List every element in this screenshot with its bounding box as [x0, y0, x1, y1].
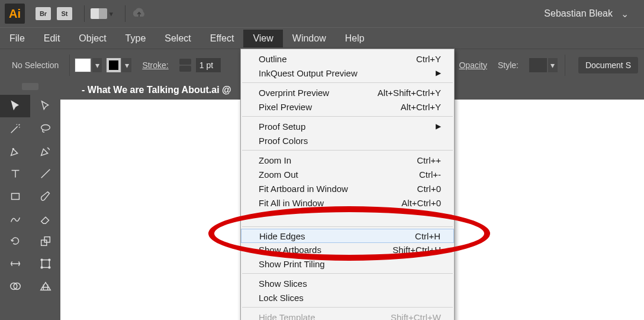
menu-type[interactable]: Type	[116, 30, 156, 47]
menu-item-label: Show Artboards	[259, 245, 321, 255]
svg-point-0	[41, 125, 50, 130]
menu-separator	[242, 273, 453, 274]
menu-shortcut: Alt+Ctrl+0	[401, 198, 441, 208]
eraser-tool[interactable]	[30, 207, 60, 230]
menu-shortcut: Alt+Shift+Ctrl+Y	[378, 88, 441, 98]
menu-shortcut: Ctrl+0	[417, 184, 441, 194]
sync-icon[interactable]	[131, 7, 147, 20]
svg-rect-3	[41, 240, 46, 245]
shape-builder-tool[interactable]	[0, 275, 30, 297]
menu-item-zoom-in[interactable]: Zoom InCtrl++	[241, 153, 454, 167]
menu-item-label: Zoom In	[259, 155, 291, 165]
menu-select[interactable]: Select	[155, 30, 200, 47]
menu-separator	[242, 226, 453, 227]
menu-item-show-print-tiling[interactable]: Show Print Tiling	[241, 257, 454, 271]
menu-item-label: Proof Colors	[259, 136, 308, 146]
menu-item-lock-slices[interactable]: Lock Slices	[241, 290, 454, 305]
menu-item-show-slices[interactable]: Show Slices	[241, 276, 454, 290]
lasso-tool[interactable]	[30, 117, 60, 140]
chevron-down-icon: ⌄	[621, 8, 629, 20]
menu-item-outline[interactable]: OutlineCtrl+Y	[241, 52, 454, 66]
opacity-label[interactable]: Opacity	[459, 60, 487, 70]
menu-item-fit-all-in-window[interactable]: Fit All in WindowAlt+Ctrl+0	[241, 196, 454, 210]
menu-item-label: Hide Edges	[259, 231, 305, 241]
menu-item-inkquest-output-preview[interactable]: InkQuest Output Preview▶	[241, 66, 454, 80]
fill-swatch[interactable]: ▾	[75, 58, 102, 72]
menu-edit[interactable]: Edit	[34, 30, 70, 47]
menu-item-overprint-preview[interactable]: Overprint PreviewAlt+Shift+Ctrl+Y	[241, 85, 454, 100]
type-tool[interactable]	[0, 162, 30, 185]
menu-item-show-artboards[interactable]: Show ArtboardsShift+Ctrl+H	[241, 242, 454, 257]
style-label: Style:	[498, 60, 519, 70]
document-setup-button[interactable]: Document S	[578, 57, 638, 73]
tools-panel	[0, 81, 60, 320]
style-picker[interactable]: ▾	[529, 58, 558, 72]
curvature-tool[interactable]	[30, 140, 60, 162]
stroke-swatch[interactable]: ▾	[107, 58, 131, 72]
menu-item-proof-setup[interactable]: Proof Setup▶	[241, 119, 454, 133]
submenu-arrow-icon: ▶	[436, 122, 441, 130]
selection-status: No Selection	[12, 60, 59, 70]
width-tool[interactable]	[0, 252, 30, 275]
menu-item-label: Show Print Tiling	[259, 259, 325, 269]
submenu-arrow-icon: ▶	[436, 69, 441, 77]
rotate-tool[interactable]	[0, 230, 30, 252]
menu-object[interactable]: Object	[69, 30, 115, 47]
current-user[interactable]: Sebastian Bleak	[544, 8, 613, 19]
menu-effect[interactable]: Effect	[201, 30, 244, 47]
stock-button[interactable]: St	[57, 7, 72, 20]
menu-window[interactable]: Window	[283, 30, 336, 47]
menu-view[interactable]: View	[243, 30, 282, 47]
stroke-label[interactable]: Stroke:	[142, 60, 168, 70]
chevron-down-icon: ▾	[548, 58, 558, 72]
menu-shortcut: Ctrl+Y	[416, 54, 441, 64]
menu-item-hide-template: Hide TemplateShift+Ctrl+W	[241, 310, 454, 320]
pen-tool[interactable]	[0, 140, 30, 162]
view-menu-dropdown: OutlineCtrl+YInkQuest Output Preview▶Ove…	[240, 49, 455, 320]
layout-picker[interactable]: ▾	[91, 7, 113, 20]
menu-item-zoom-out[interactable]: Zoom OutCtrl+-	[241, 167, 454, 181]
magic-wand-tool[interactable]	[0, 117, 30, 140]
fill-color-icon	[75, 58, 91, 72]
panel-grip-icon[interactable]	[22, 83, 38, 90]
menu-item-label: Fit All in Window	[259, 198, 324, 208]
toolbar-separator	[125, 5, 125, 22]
selection-tool[interactable]	[0, 95, 30, 117]
chevron-down-icon: ▾	[92, 58, 102, 72]
menu-item-fit-artboard-in-window[interactable]: Fit Artboard in WindowCtrl+0	[241, 181, 454, 196]
menu-item-label: Lock Slices	[259, 293, 304, 303]
menu-file[interactable]: File	[0, 30, 34, 47]
stroke-stepper[interactable]	[179, 56, 191, 74]
menu-shortcut: Shift+Ctrl+W	[391, 312, 441, 321]
svg-rect-5	[41, 260, 49, 268]
scale-tool[interactable]	[30, 230, 60, 252]
free-transform-tool[interactable]	[30, 252, 60, 275]
app-toolbar: Ai Br St ▾ Sebastian Bleak ⌄	[0, 0, 644, 27]
stroke-color-icon	[107, 58, 121, 72]
direct-selection-tool[interactable]	[30, 95, 60, 117]
menu-item-label: InkQuest Output Preview	[259, 68, 358, 78]
menu-item-label: Pixel Preview	[259, 102, 312, 112]
menu-separator	[242, 307, 453, 308]
paintbrush-tool[interactable]	[30, 185, 60, 207]
stroke-value-field[interactable]: 1 pt	[196, 58, 221, 72]
menu-item-label: Zoom Out	[259, 169, 298, 180]
rectangle-tool[interactable]	[0, 185, 30, 207]
svg-rect-4	[44, 237, 50, 242]
bridge-button[interactable]: Br	[36, 7, 51, 20]
perspective-grid-tool[interactable]	[30, 275, 60, 297]
shaper-tool[interactable]	[0, 207, 30, 230]
menu-item-label: Show Slices	[259, 279, 307, 289]
menu-item-label: Hide Template	[259, 312, 315, 321]
menu-shortcut: Alt+Ctrl+Y	[401, 102, 441, 112]
line-tool[interactable]	[30, 162, 60, 185]
menu-item-proof-colors[interactable]: Proof Colors	[241, 133, 454, 148]
menu-item-label: Overprint Preview	[259, 88, 329, 98]
menu-help[interactable]: Help	[336, 30, 374, 47]
menu-item-hide-edges[interactable]: Hide EdgesCtrl+H	[241, 229, 454, 243]
menu-separator	[242, 116, 453, 117]
menu-shortcut: Shift+Ctrl+H	[392, 245, 441, 255]
menu-item-pixel-preview[interactable]: Pixel PreviewAlt+Ctrl+Y	[241, 100, 454, 114]
svg-rect-2	[11, 193, 19, 199]
menu-shortcut: Ctrl++	[417, 155, 441, 165]
